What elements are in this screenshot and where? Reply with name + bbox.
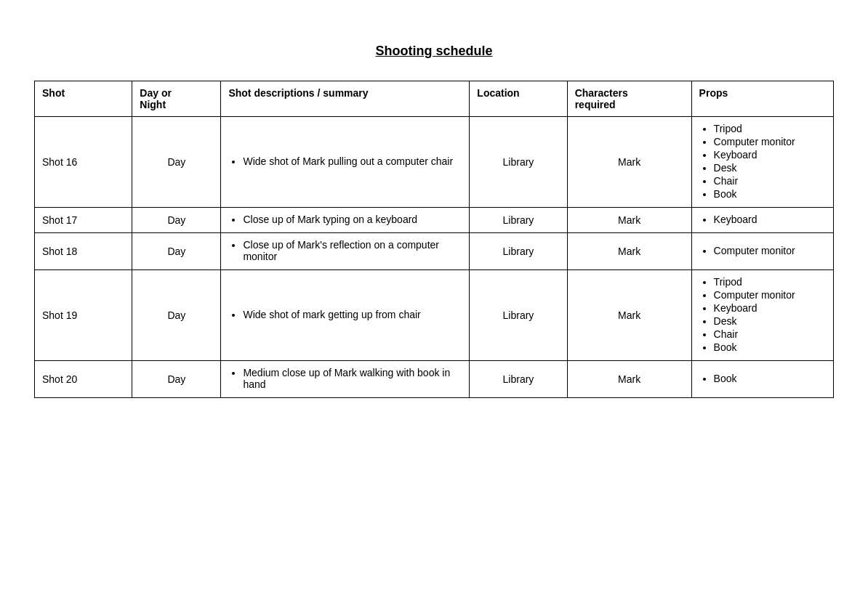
cell-day-3: Day [132, 270, 221, 361]
header-day-night: Day orNight [132, 81, 221, 117]
cell-shot-0: Shot 16 [35, 117, 132, 208]
cell-location-3: Library [470, 270, 567, 361]
table-row: Shot 20DayMedium close up of Mark walkin… [35, 361, 834, 398]
table-row: Shot 19DayWide shot of mark getting up f… [35, 270, 834, 361]
table-row: Shot 16DayWide shot of Mark pulling out … [35, 117, 834, 208]
cell-props-1: Keyboard [691, 208, 833, 233]
cell-characters-1: Mark [567, 208, 691, 233]
table-header-row: Shot Day orNight Shot descriptions / sum… [35, 81, 834, 117]
header-props: Props [691, 81, 833, 117]
cell-shot-3: Shot 19 [35, 270, 132, 361]
cell-location-0: Library [470, 117, 567, 208]
header-description: Shot descriptions / summary [221, 81, 470, 117]
cell-characters-3: Mark [567, 270, 691, 361]
page-container: Shooting schedule Shot Day orNight Shot … [34, 44, 834, 564]
cell-location-2: Library [470, 233, 567, 270]
cell-description-1: Close up of Mark typing on a keyboard [221, 208, 470, 233]
cell-day-2: Day [132, 233, 221, 270]
cell-location-4: Library [470, 361, 567, 398]
table-row: Shot 17DayClose up of Mark typing on a k… [35, 208, 834, 233]
cell-shot-4: Shot 20 [35, 361, 132, 398]
cell-props-3: TripodComputer monitorKeyboardDeskChairB… [691, 270, 833, 361]
cell-day-1: Day [132, 208, 221, 233]
header-location: Location [470, 81, 567, 117]
cell-characters-2: Mark [567, 233, 691, 270]
cell-day-4: Day [132, 361, 221, 398]
cell-description-0: Wide shot of Mark pulling out a computer… [221, 117, 470, 208]
cell-location-1: Library [470, 208, 567, 233]
cell-shot-2: Shot 18 [35, 233, 132, 270]
table-row: Shot 18DayClose up of Mark's reflection … [35, 233, 834, 270]
cell-characters-0: Mark [567, 117, 691, 208]
cell-shot-1: Shot 17 [35, 208, 132, 233]
cell-description-2: Close up of Mark's reflection on a compu… [221, 233, 470, 270]
cell-description-3: Wide shot of mark getting up from chair [221, 270, 470, 361]
cell-characters-4: Mark [567, 361, 691, 398]
cell-props-2: Computer monitor [691, 233, 833, 270]
header-shot: Shot [35, 81, 132, 117]
header-characters: Charactersrequired [567, 81, 691, 117]
cell-props-4: Book [691, 361, 833, 398]
cell-props-0: TripodComputer monitorKeyboardDeskChairB… [691, 117, 833, 208]
cell-day-0: Day [132, 117, 221, 208]
cell-description-4: Medium close up of Mark walking with boo… [221, 361, 470, 398]
page-title: Shooting schedule [34, 44, 834, 59]
shooting-schedule-table: Shot Day orNight Shot descriptions / sum… [34, 81, 834, 398]
